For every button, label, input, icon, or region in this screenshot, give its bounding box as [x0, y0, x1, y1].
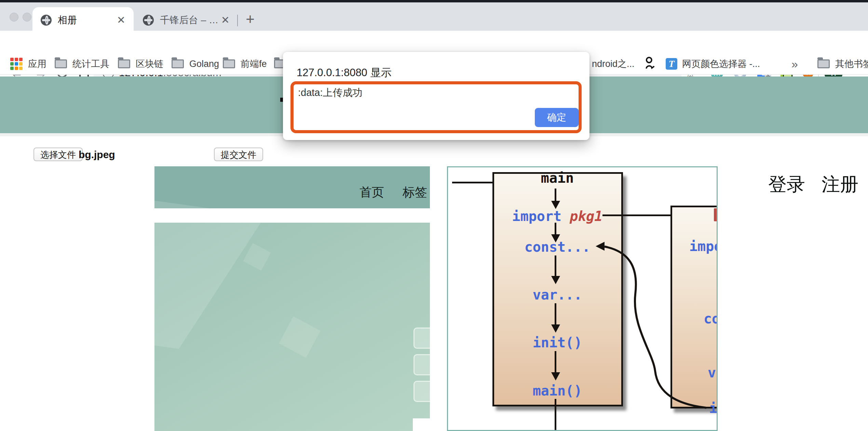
globe-favicon-icon [41, 15, 52, 26]
bookmark-android[interactable]: ndroid之... [592, 57, 635, 71]
thumb1-card [413, 328, 430, 349]
thumb1-header: 首页 标签 [154, 166, 430, 208]
decor-diamond [243, 243, 271, 270]
uploaded-image-preview: 首页 标签 [154, 166, 430, 431]
person-search-icon [644, 56, 655, 72]
tab-album[interactable]: 相册 ✕ [32, 7, 134, 33]
dialog-title: 127.0.0.1:8080 显示 [297, 66, 391, 80]
bookmark-label: 前端fe [241, 58, 267, 70]
tab-divider [237, 15, 238, 26]
bookmark-apps[interactable]: 应用 [10, 57, 46, 71]
selected-file-name: bg.jpeg [79, 149, 115, 161]
globe-favicon-icon [143, 15, 154, 26]
decor-diamond [279, 316, 321, 358]
thumb1-nav-home: 首页 [360, 184, 384, 201]
bookmark-label: 应用 [28, 58, 46, 70]
thumb1-footer-fragment [413, 418, 430, 431]
dialog-message: :data:上传成功 [298, 86, 363, 100]
bookmark-label: Golang [189, 59, 219, 69]
other-bookmarks[interactable]: 其他书签 [817, 57, 868, 71]
bookmark-folder-stats[interactable]: 统计工具 [55, 57, 109, 71]
bookmarks-overflow-button[interactable]: » [791, 57, 798, 71]
folder-icon [817, 59, 830, 68]
window-top-edge [0, 0, 868, 2]
thumb1-card [413, 381, 430, 402]
thumb1-nav-tags: 标签 [403, 184, 427, 201]
submit-file-button[interactable]: 提交文件 [214, 148, 263, 161]
tab-qianfeng-admin[interactable]: 千锋后台 – [title] ✕ [137, 7, 236, 33]
ok-button[interactable]: 确定 [535, 108, 579, 127]
window-close-button[interactable] [10, 13, 18, 22]
alert-dialog: 127.0.0.1:8080 显示 :data:上传成功 确定 [283, 52, 589, 140]
login-link[interactable]: 登录 [768, 172, 805, 197]
bookmark-label: 其他书签 [835, 58, 868, 70]
choose-file-button[interactable]: 选择文件 [33, 148, 83, 161]
thumb1-body [154, 223, 430, 431]
apps-grid-icon [10, 58, 23, 70]
folder-icon [172, 59, 184, 68]
folder-icon [55, 59, 67, 68]
tab-title: 相册 [58, 14, 77, 27]
bookmark-label: 区块链 [136, 58, 163, 70]
browser-toolbar: ← → i 127.0.0.1:8080/album ☆ m G h [0, 31, 868, 53]
bookmark-color-picker[interactable]: T 网页颜色选择器 -... [666, 57, 760, 71]
bookmark-label: 网页颜色选择器 -... [682, 58, 760, 70]
folder-icon [223, 59, 235, 68]
tab-title: 千锋后台 – [title] [160, 14, 221, 27]
new-tab-button[interactable]: + [241, 11, 259, 28]
window-minimize-button[interactable] [23, 13, 31, 22]
register-link[interactable]: 注册 [822, 172, 858, 197]
diagram-image-preview: main import pkg1 const... var... init() … [447, 166, 718, 431]
bookmark-label: 统计工具 [72, 58, 109, 70]
bookmark-folder-frontend[interactable]: 前端fe [223, 57, 267, 71]
bookmark-person-link[interactable] [644, 57, 660, 71]
return-curve [448, 167, 718, 431]
close-icon[interactable]: ✕ [221, 15, 230, 25]
thumb1-card [413, 354, 430, 375]
tab-bar: 相册 ✕ 千锋后台 – [title] ✕ + [0, 2, 868, 31]
folder-icon [118, 59, 130, 68]
bookmark-folder-golang[interactable]: Golang [172, 57, 219, 71]
close-icon[interactable]: ✕ [117, 15, 125, 25]
chevron-right-icon: » [791, 57, 798, 71]
bookmark-folder-blockchain[interactable]: 区块链 [118, 57, 163, 71]
color-picker-icon: T [666, 58, 677, 70]
bookmark-label: ndroid之... [592, 58, 635, 70]
